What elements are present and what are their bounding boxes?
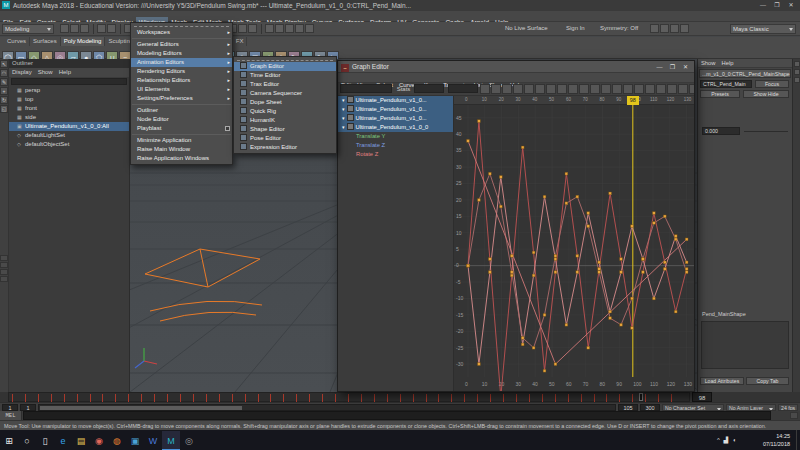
- channel-box-tab-icon[interactable]: [794, 77, 800, 83]
- load-attributes-button[interactable]: Load Attributes: [700, 377, 744, 385]
- mel-label[interactable]: MEL: [0, 411, 22, 420]
- keyframe-tick[interactable]: [206, 394, 207, 402]
- keyframe-tick[interactable]: [490, 394, 491, 402]
- render-icon[interactable]: [275, 24, 284, 33]
- current-time-indicator[interactable]: [639, 393, 643, 401]
- spline-tangents-icon[interactable]: [579, 84, 589, 94]
- outliner-item-defaultobjectset[interactable]: ◇defaultObjectSet: [9, 140, 129, 149]
- search-button[interactable]: ○: [18, 431, 36, 450]
- persp-graph-layout-icon[interactable]: [0, 276, 8, 282]
- animation-editors-item-expression-editor[interactable]: Expression Editor: [234, 143, 336, 152]
- animation-editors-item-humanik[interactable]: HumanIK: [234, 116, 336, 125]
- animation-editors-item-quick-rig[interactable]: Quick Rig: [234, 107, 336, 116]
- keyframe-tick[interactable]: [361, 394, 362, 402]
- resolution-gate-icon[interactable]: [670, 24, 679, 33]
- frame-playback-range-icon[interactable]: [546, 84, 556, 94]
- tear-off-handle[interactable]: [134, 23, 229, 27]
- animation-editors-item-shape-editor[interactable]: Shape Editor: [234, 125, 336, 134]
- animation-editors-item-pose-editor[interactable]: Pose Editor: [234, 134, 336, 143]
- ipr-render-icon[interactable]: [285, 24, 294, 33]
- region-keys-icon[interactable]: [513, 84, 523, 94]
- flat-tangents-icon[interactable]: [612, 84, 622, 94]
- keyframe-tick[interactable]: [568, 394, 569, 402]
- file-explorer-icon[interactable]: ▤: [72, 431, 90, 450]
- pre-infinity-cycle-icon[interactable]: [689, 84, 694, 94]
- attribute-editor-menu-show[interactable]: Show: [698, 59, 719, 68]
- step-tangents-icon[interactable]: [623, 84, 633, 94]
- keyframe-tick[interactable]: [193, 394, 194, 402]
- show-hidden-icons-button[interactable]: ^: [717, 437, 720, 443]
- windows-menu-item-modeling-editors[interactable]: Modeling Editors▸: [131, 49, 232, 58]
- outliner-item-side[interactable]: ▦side: [9, 113, 129, 122]
- scale-tool-icon[interactable]: ◱: [0, 105, 8, 113]
- character-set-dropdown[interactable]: No Character Set: [662, 404, 724, 411]
- windows-menu-item-raise-main-window[interactable]: Raise Main Window: [131, 145, 232, 154]
- keyframe-tick[interactable]: [464, 394, 465, 402]
- keyframe-tick[interactable]: [503, 394, 504, 402]
- windows-menu-item-minimize-application[interactable]: Minimize Application: [131, 136, 232, 145]
- node-name-field[interactable]: CTRL_Pend_Main: [700, 80, 752, 88]
- start-button[interactable]: ⊞: [0, 431, 18, 450]
- unify-tangents-icon[interactable]: [678, 84, 688, 94]
- keyframe-tick[interactable]: [128, 394, 129, 402]
- edge-icon[interactable]: e: [54, 431, 72, 450]
- keyframe-tick[interactable]: [555, 394, 556, 402]
- keyframe-tick[interactable]: [632, 394, 633, 402]
- keyframe-tick[interactable]: [581, 394, 582, 402]
- film-gate-icon[interactable]: [660, 24, 669, 33]
- fps-dropdown[interactable]: 24 fps: [778, 404, 798, 411]
- graph-editor-tree-item-ultimate-pendulum-v1-0[interactable]: ▾Ultimate_Pendulum_v1_0...: [338, 114, 453, 123]
- windows-menu-item-settings-preferences[interactable]: Settings/Preferences▸: [131, 94, 232, 103]
- notes-area[interactable]: [701, 321, 789, 369]
- auto-tangents-icon[interactable]: [568, 84, 578, 94]
- windows-menu-item-outliner[interactable]: Outliner: [131, 106, 232, 115]
- live-surface-status[interactable]: No Live Surface: [505, 25, 548, 31]
- playback-end-field[interactable]: 105: [618, 404, 638, 411]
- windows-menu-item-animation-editors[interactable]: Animation Editors▸: [131, 58, 232, 67]
- outliner-item-top[interactable]: ▦top: [9, 95, 129, 104]
- close-button[interactable]: ✕: [679, 61, 692, 73]
- shelf-tab-poly-modeling[interactable]: Poly Modeling: [61, 37, 106, 46]
- minimize-button[interactable]: —: [756, 0, 770, 11]
- keyframe-tick[interactable]: [671, 394, 672, 402]
- chrome-icon[interactable]: ◉: [90, 431, 108, 450]
- current-time-marker[interactable]: 98: [627, 96, 639, 105]
- volume-icon[interactable]: ◖: [732, 437, 736, 443]
- graph-editor-tree-item-rotate-z[interactable]: Rotate Z: [338, 150, 453, 159]
- task-view-button[interactable]: ▯: [36, 431, 54, 450]
- light-editor-icon[interactable]: [305, 24, 314, 33]
- graph-editor-tree-item-ultimate-pendulum-v1-0[interactable]: ▾Ultimate_Pendulum_v1_0...: [338, 105, 453, 114]
- animation-editors-item-trax-editor[interactable]: Trax Editor: [234, 80, 336, 89]
- outliner-item-front[interactable]: ▦front: [9, 104, 129, 113]
- animation-curves-plot[interactable]: 454035302520151050-5-10-15-20-25-3001020…: [454, 105, 694, 391]
- attribute-editor-menu-help[interactable]: Help: [719, 59, 737, 68]
- persp-outliner-layout-icon[interactable]: [0, 269, 8, 275]
- tool-settings-tab-icon[interactable]: [794, 69, 800, 75]
- browser-icon[interactable]: ◎: [180, 431, 198, 450]
- attribute-editor-tab[interactable]: ...m_v1_0_0:CTRL_Pend_MainShape: [699, 69, 791, 78]
- outliner-filter-field[interactable]: [11, 78, 127, 85]
- maya-icon[interactable]: M: [162, 431, 180, 450]
- presets-button[interactable]: Presets: [700, 90, 740, 98]
- lasso-tool-icon[interactable]: ◠: [0, 69, 8, 77]
- stats-value-field[interactable]: [448, 84, 478, 93]
- keyframe-tick[interactable]: [451, 394, 452, 402]
- keyframe-tick[interactable]: [529, 394, 530, 402]
- keyframe-tick[interactable]: [309, 394, 310, 402]
- keyframe-tick[interactable]: [658, 394, 659, 402]
- four-pane-layout-icon[interactable]: [0, 262, 8, 268]
- script-editor-icon[interactable]: [790, 412, 798, 419]
- undo-icon[interactable]: [97, 24, 106, 33]
- outliner-panel-title[interactable]: Outliner: [9, 59, 129, 68]
- windows-menu-item-workspaces[interactable]: Workspaces▸: [131, 28, 232, 37]
- swap-buffer-curve-icon[interactable]: [656, 84, 666, 94]
- keyframe-tick[interactable]: [154, 394, 155, 402]
- keyframe-tick[interactable]: [141, 394, 142, 402]
- select-tool-icon[interactable]: ↖: [0, 60, 8, 68]
- new-scene-icon[interactable]: [60, 24, 69, 33]
- keyframe-tick[interactable]: [283, 394, 284, 402]
- expand-arrow-icon[interactable]: ▾: [342, 115, 345, 121]
- attribute-value-field[interactable]: 0.000: [702, 127, 740, 135]
- windows-menu-item-raise-application-windows[interactable]: Raise Application Windows: [131, 154, 232, 163]
- show-hide-button[interactable]: Show Hide: [743, 90, 789, 98]
